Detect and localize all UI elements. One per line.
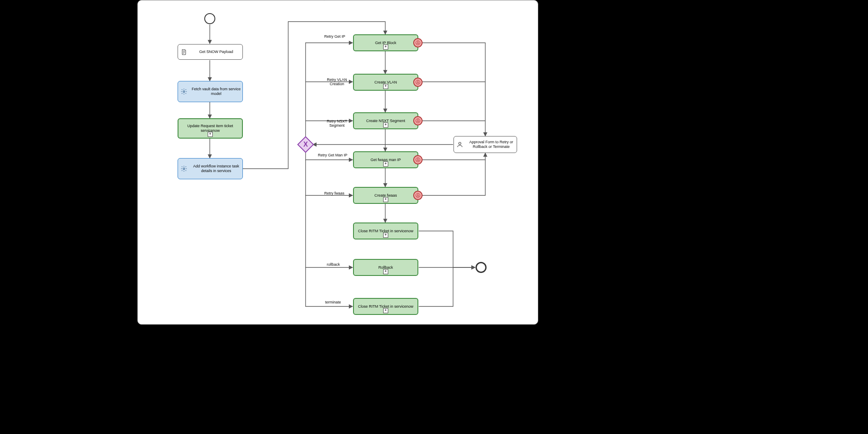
ansible-icon xyxy=(413,155,423,164)
task-rollback[interactable]: Rollback xyxy=(353,259,418,276)
edge-label-retry-get-ip: Retry Get IP xyxy=(324,34,345,39)
subprocess-marker xyxy=(383,269,388,274)
end-event xyxy=(476,262,487,273)
subprocess-marker xyxy=(383,84,388,89)
task-create-vlan[interactable]: Create VLAN xyxy=(353,74,418,91)
ansible-icon xyxy=(413,116,423,125)
subprocess-marker xyxy=(383,122,388,128)
subprocess-marker xyxy=(383,197,388,202)
svg-point-10 xyxy=(183,91,185,92)
subprocess-marker xyxy=(383,233,388,238)
subprocess-marker xyxy=(208,132,213,137)
subprocess-marker xyxy=(383,45,388,50)
edge-label-rollback: rollback xyxy=(327,262,340,267)
subprocess-marker xyxy=(383,161,388,167)
edge-label-terminate: terminate xyxy=(325,300,341,304)
script-icon xyxy=(178,49,190,56)
task-get-ip-block[interactable]: Get IP Block xyxy=(353,34,418,51)
subprocess-marker xyxy=(383,308,388,313)
gear-icon xyxy=(178,88,190,95)
task-label: Get SNOW Payload xyxy=(190,50,242,54)
task-update-request[interactable]: Update Request item ticket servicenow xyxy=(178,118,243,139)
task-label: Fetch vault data from service model xyxy=(190,87,242,96)
edge-label-retry-vlan: Retry VLAN Creation xyxy=(324,78,350,86)
gear-icon xyxy=(178,165,190,172)
edge-label-retry-get-manip: Retry Get Man IP xyxy=(318,153,348,157)
task-label: Approval Form to Retry or Rollback or Te… xyxy=(466,140,517,149)
ansible-icon xyxy=(413,78,423,87)
task-create-fwaas[interactable]: Create fwaas xyxy=(353,187,418,204)
task-approval-form[interactable]: Approval Form to Retry or Rollback or Te… xyxy=(453,136,517,153)
svg-point-11 xyxy=(183,168,185,170)
user-icon xyxy=(454,141,466,148)
svg-point-17 xyxy=(459,142,461,145)
task-create-nsxt-segment[interactable]: Create NSXT Segment xyxy=(353,112,418,129)
task-label: Add workflow instance task details in se… xyxy=(190,164,242,173)
task-close-ritm-1[interactable]: Close RITM Ticket in servicenow xyxy=(353,223,418,239)
edge-label-retry-nsxt: Retry NSXT Segment xyxy=(324,119,350,128)
start-event xyxy=(204,13,215,24)
task-close-ritm-2[interactable]: Close RITM Ticket in servicenow xyxy=(353,298,418,315)
task-add-workflow-instance[interactable]: Add workflow instance task details in se… xyxy=(178,158,243,179)
task-fetch-vault[interactable]: Fetch vault data from service model xyxy=(178,81,243,102)
ansible-icon xyxy=(413,191,423,200)
edge-label-retry-fwaas: Retry fwaas xyxy=(324,191,345,195)
task-get-snow-payload[interactable]: Get SNOW Payload xyxy=(178,44,243,60)
gateway-x: X xyxy=(303,141,308,148)
ansible-icon xyxy=(413,38,423,47)
task-get-fwaas-man-ip[interactable]: Get fwaas man IP xyxy=(353,151,418,168)
